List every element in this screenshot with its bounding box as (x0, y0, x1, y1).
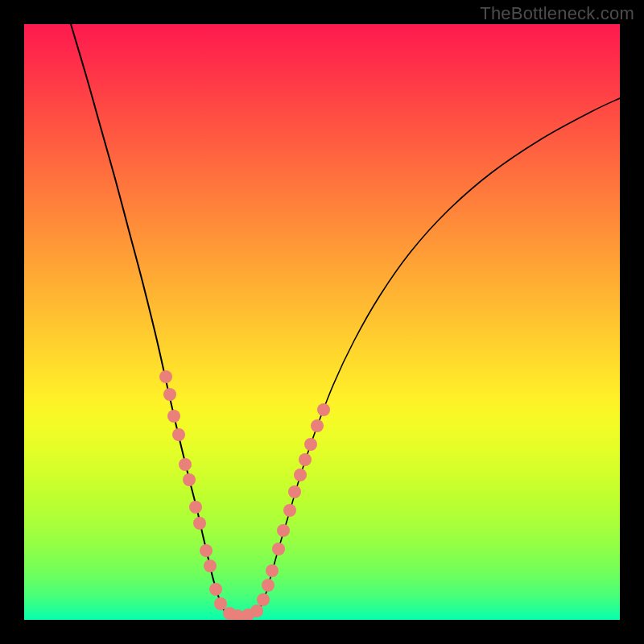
data-point (193, 517, 206, 530)
data-point (189, 501, 202, 514)
data-point (200, 544, 213, 557)
data-point (204, 559, 217, 572)
chart-frame: TheBottleneck.com (0, 0, 644, 644)
data-point (277, 524, 290, 537)
data-point (272, 543, 285, 555)
data-point (294, 469, 307, 481)
data-point (159, 370, 172, 383)
data-point (288, 485, 301, 498)
dots-right (242, 403, 330, 620)
data-point (257, 593, 270, 606)
curve-layer (24, 24, 620, 620)
data-point (299, 453, 312, 466)
data-point (214, 597, 227, 610)
data-point (163, 388, 176, 401)
data-point (167, 410, 180, 423)
data-point (317, 403, 330, 416)
plot-area (24, 24, 620, 620)
data-point (266, 564, 279, 577)
data-point (262, 579, 275, 592)
curve-right (259, 98, 620, 610)
data-point (172, 428, 185, 441)
data-point (304, 438, 317, 451)
data-point (179, 458, 192, 471)
data-point (183, 473, 196, 486)
data-point (283, 504, 296, 517)
watermark: TheBottleneck.com (480, 3, 634, 24)
data-point (209, 583, 222, 596)
data-point (311, 419, 324, 432)
data-point (250, 605, 263, 617)
